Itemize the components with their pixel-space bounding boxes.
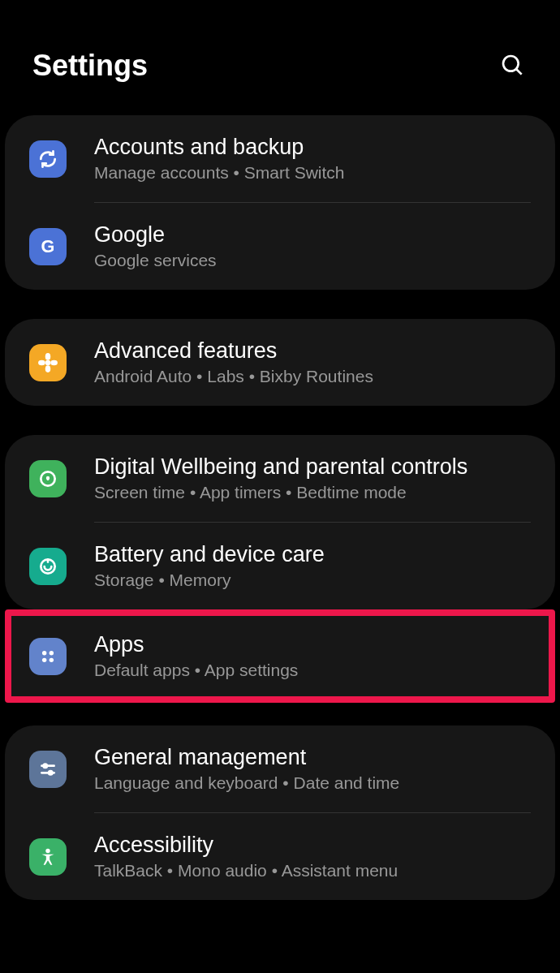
item-content: Battery and device care Storage • Memory xyxy=(94,542,531,590)
item-subtitle: Android Auto • Labs • Bixby Routines xyxy=(94,367,531,386)
sliders-icon xyxy=(29,751,67,788)
sync-icon xyxy=(29,140,67,178)
item-content: General management Language and keyboard… xyxy=(94,745,531,793)
item-content: Accessibility TalkBack • Mono audio • As… xyxy=(94,833,531,880)
item-content: Advanced features Android Auto • Labs • … xyxy=(94,338,531,386)
svg-point-13 xyxy=(42,657,46,661)
item-title: Google xyxy=(94,222,531,248)
svg-point-6 xyxy=(38,359,45,365)
item-subtitle: TalkBack • Mono audio • Assistant menu xyxy=(94,861,531,880)
item-title: Accessibility xyxy=(94,833,531,858)
settings-group: Advanced features Android Auto • Labs • … xyxy=(5,319,555,406)
item-google[interactable]: G Google Google services xyxy=(5,203,555,290)
item-digital-wellbeing[interactable]: Digital Wellbeing and parental controls … xyxy=(5,435,555,522)
wellbeing-icon xyxy=(29,460,67,497)
item-title: Apps xyxy=(94,632,531,657)
header: Settings xyxy=(0,0,560,115)
settings-group: Accounts and backup Manage accounts • Sm… xyxy=(5,115,555,290)
item-apps[interactable]: Apps Default apps • App settings xyxy=(11,616,549,696)
item-content: Apps Default apps • App settings xyxy=(94,632,531,680)
item-title: Accounts and backup xyxy=(94,135,531,160)
item-title: General management xyxy=(94,745,531,770)
item-content: Accounts and backup Manage accounts • Sm… xyxy=(94,135,531,183)
svg-point-4 xyxy=(45,353,51,360)
item-title: Battery and device care xyxy=(94,542,531,567)
svg-point-5 xyxy=(45,365,51,372)
highlighted-item: Apps Default apps • App settings xyxy=(5,609,555,703)
item-title: Digital Wellbeing and parental controls xyxy=(94,454,531,480)
item-battery-device-care[interactable]: Battery and device care Storage • Memory xyxy=(5,523,555,609)
search-button[interactable] xyxy=(498,51,528,80)
item-content: Google Google services xyxy=(94,222,531,270)
item-title: Advanced features xyxy=(94,338,531,364)
item-subtitle: Storage • Memory xyxy=(94,570,531,590)
svg-point-14 xyxy=(50,657,54,661)
svg-point-0 xyxy=(503,56,519,71)
svg-point-19 xyxy=(45,848,50,852)
battery-icon xyxy=(29,548,67,585)
svg-point-12 xyxy=(50,650,54,654)
item-subtitle: Google services xyxy=(94,251,531,270)
item-advanced-features[interactable]: Advanced features Android Auto • Labs • … xyxy=(5,319,555,406)
google-icon: G xyxy=(29,228,67,265)
item-general-management[interactable]: General management Language and keyboard… xyxy=(5,725,555,812)
page-title: Settings xyxy=(32,49,148,83)
item-accounts-backup[interactable]: Accounts and backup Manage accounts • Sm… xyxy=(5,115,555,202)
flower-icon xyxy=(29,344,67,381)
settings-group: Digital Wellbeing and parental controls … xyxy=(5,435,555,609)
item-subtitle: Screen time • App timers • Bedtime mode xyxy=(94,483,531,502)
item-subtitle: Manage accounts • Smart Switch xyxy=(94,163,531,183)
svg-text:G: G xyxy=(41,236,55,256)
svg-line-1 xyxy=(516,69,522,75)
settings-group: General management Language and keyboard… xyxy=(5,725,555,900)
item-subtitle: Language and keyboard • Date and time xyxy=(94,773,531,793)
search-icon xyxy=(500,53,526,79)
item-accessibility[interactable]: Accessibility TalkBack • Mono audio • As… xyxy=(5,813,555,900)
svg-point-11 xyxy=(42,650,46,654)
item-subtitle: Default apps • App settings xyxy=(94,661,531,680)
svg-point-7 xyxy=(50,359,58,365)
svg-point-16 xyxy=(44,764,47,767)
apps-icon xyxy=(29,638,67,675)
svg-point-18 xyxy=(49,771,52,774)
svg-point-3 xyxy=(45,359,51,365)
person-icon xyxy=(29,838,67,876)
item-content: Digital Wellbeing and parental controls … xyxy=(94,454,531,502)
